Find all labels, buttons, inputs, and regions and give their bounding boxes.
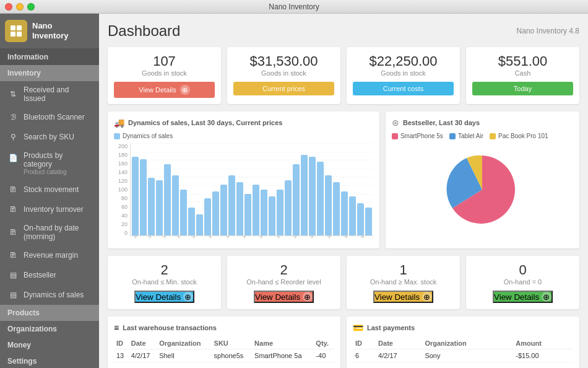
circle-arrow-icon-0: ⊕ [183, 292, 193, 302]
pie-chart-legend: SmartPhone 5s Tablet Air Pac Book Pro 10… [392, 133, 573, 139]
sidebar-item-revenue-margin[interactable]: 🖹 Revenue margin [0, 245, 99, 265]
wt-row-date: 4/2/17 [129, 349, 157, 362]
stat-value-current-costs: $22,250.00 [353, 53, 454, 69]
window-controls[interactable] [5, 3, 35, 11]
wt-col-qty: Qty. [313, 338, 334, 349]
chart-icon: ▤ [7, 269, 19, 281]
payments-panel: 💳 Last payments ID Date Organization Amo… [347, 317, 579, 368]
payments-table-header: 💳 Last payments [353, 323, 573, 333]
bar-chart-bar [204, 198, 211, 235]
table-row[interactable]: 13 4/2/17 Shell sphone5s SmartPhone 5a -… [114, 349, 334, 362]
pie-chart-panel: ⊛ Bestseller, Last 30 days SmartPhone 5s… [386, 112, 579, 248]
sidebar-section-information[interactable]: Information [0, 49, 99, 65]
table-row[interactable]: 6 4/2/17 Sony -$15.00 [353, 349, 573, 362]
stat-label-reorder: On-hand ≤ Reorder level [233, 278, 334, 286]
view-details-max-stock[interactable]: View Details ⊕ [373, 291, 433, 303]
pt-row-amount: -$15.00 [513, 349, 573, 362]
star-icon: ⊛ [392, 118, 399, 128]
bar-chart-bar [212, 191, 219, 235]
wt-row-org: Shell [157, 349, 211, 362]
sidebar-section-products[interactable]: Products [0, 305, 99, 321]
bar-chart-bar [357, 203, 364, 235]
view-details-zero-stock[interactable]: View Details ⊕ [493, 291, 553, 303]
stat-label-max-stock: On-hand ≥ Max. stock [353, 278, 454, 286]
main-content: Dashboard Nano Inventory 4.8 107 Goods i… [99, 14, 588, 368]
stat-value-cash: $551.00 [472, 53, 573, 69]
wt-col-id: ID [114, 338, 129, 349]
tables-row: ≡ Last warehouse transactions ID Date Or… [108, 317, 579, 368]
stat-card-max-stock: 1 On-hand ≥ Max. stock View Details ⊕ [347, 256, 460, 309]
bottom-stat-cards: 2 On-hand ≤ Min. stock View Details ⊕ 2 … [108, 256, 579, 309]
bar-chart: 200 180 160 140 120 100 80 60 40 20 0 [114, 143, 373, 242]
warehouse-table-header: ≡ Last warehouse transactions [114, 323, 334, 333]
warehouse-table-title: Last warehouse transactions [123, 324, 217, 331]
wt-row-name: SmartPhone 5a [252, 349, 313, 362]
sidebar-section-inventory[interactable]: Inventory [0, 65, 99, 81]
sidebar-item-products-category[interactable]: 📄 Products by category Product catalog [0, 147, 99, 180]
bar-chart-panel: 🚚 Dynamics of sales, Last 30 days, Curre… [108, 112, 379, 248]
stat-label-zero-stock: On-hand = 0 [472, 278, 573, 286]
current-prices-button[interactable]: Current prices [233, 82, 334, 95]
stat-card-reorder: 2 On-hand ≤ Reorder level View Details ⊕ [227, 256, 340, 309]
sidebar-item-bluetooth[interactable]: ℬ Bluetooth Scanner [0, 107, 99, 127]
stat-card-zero-stock: 0 On-hand = 0 View Details ⊕ [466, 256, 579, 309]
svg-rect-1 [17, 25, 22, 30]
version-label: Nano Inventory 4.8 [517, 27, 579, 35]
bar-chart-bar [341, 191, 348, 235]
sidebar-item-dynamics-sales[interactable]: ▤ Dynamics of sales [0, 285, 99, 305]
svg-rect-3 [17, 32, 22, 37]
list-icon: ≡ [114, 323, 119, 333]
circle-arrow-icon-2: ⊕ [422, 292, 432, 302]
wt-col-org: Organization [157, 338, 211, 349]
bar-chart-bar [317, 162, 324, 235]
bar-chart-bar [180, 190, 187, 236]
bar-chart-bar [301, 155, 308, 235]
close-button[interactable] [5, 3, 12, 11]
sidebar-item-on-hand-date[interactable]: 🖹 On-hand by date (morning) [0, 219, 99, 245]
sidebar-section-organizations[interactable]: Organizations [0, 321, 99, 337]
truck-icon: 🚚 [114, 118, 124, 128]
stat-card-goods-count: 107 Goods in stock View Details ⊕ [108, 47, 221, 104]
view-details-reorder[interactable]: View Details ⊕ [254, 291, 314, 303]
stat-label-min-stock: On-hand ≤ Min. stock [114, 278, 215, 286]
bar-chart-bar [309, 157, 316, 235]
view-details-button-0[interactable]: View Details ⊕ [114, 82, 215, 98]
view-details-min-stock[interactable]: View Details ⊕ [134, 291, 194, 303]
book-icon: 📄 [7, 152, 19, 164]
circle-arrow-icon: ⊕ [180, 85, 190, 95]
bar-legend-color [114, 133, 120, 139]
sidebar-item-received-issued[interactable]: ⇅ Received and Issued [0, 81, 99, 107]
bar-chart-bar [253, 185, 259, 235]
doc3-icon: 🖹 [7, 227, 19, 238]
pie-legend-item-1: Tablet Air [449, 133, 483, 139]
sidebar-section-money[interactable]: Money [0, 337, 99, 353]
sidebar-section-settings[interactable]: Settings [0, 353, 99, 368]
bar-chart-bar [220, 185, 227, 235]
current-costs-button[interactable]: Current costs [353, 82, 454, 95]
doc-icon: 🖹 [7, 184, 19, 195]
maximize-button[interactable] [27, 3, 35, 11]
bar-chart-bar [140, 159, 147, 235]
charts-row: 🚚 Dynamics of sales, Last 30 days, Curre… [108, 112, 579, 248]
bar-chart-bar [156, 180, 163, 235]
sidebar-item-stock-movement[interactable]: 🖹 Stock movement [0, 180, 99, 199]
pie-legend-item-2: Pac Book Pro 101 [490, 133, 548, 139]
stat-value-reorder: 2 [233, 262, 334, 278]
bar-chart-bar [269, 196, 275, 235]
bar-chart-bar [228, 175, 235, 235]
sidebar-item-bestseller[interactable]: ▤ Bestseller [0, 265, 99, 285]
bar-chart-bar [172, 175, 179, 235]
today-button[interactable]: Today [472, 82, 573, 95]
sidebar-item-inventory-turnover[interactable]: 🖹 Inventory turnover [0, 199, 99, 219]
bar-chart-bar [261, 190, 267, 236]
pt-row-date: 4/2/17 [376, 349, 422, 362]
minimize-button[interactable] [16, 3, 24, 11]
pt-col-amount: Amount [513, 338, 573, 349]
stat-label-current-prices: Goods in stock [233, 69, 334, 77]
wt-row-sku: sphone5s [212, 349, 253, 362]
wt-col-sku: SKU [212, 338, 253, 349]
bar-chart-bar [188, 208, 195, 235]
pie-chart-header: ⊛ Bestseller, Last 30 days [392, 118, 573, 128]
svg-rect-0 [11, 25, 15, 30]
sidebar-item-search-sku[interactable]: ⚲ Search by SKU [0, 127, 99, 147]
